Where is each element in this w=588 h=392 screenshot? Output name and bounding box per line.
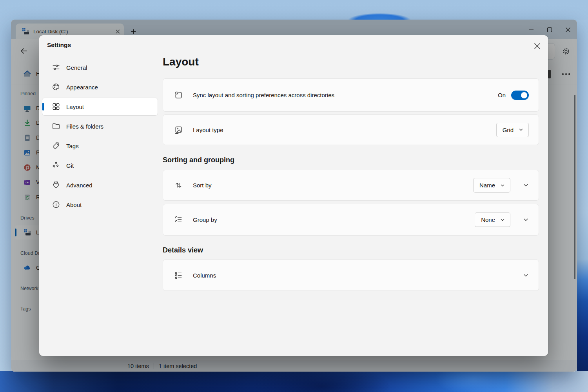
group-by-expander[interactable] (523, 217, 529, 223)
group-by-dropdown[interactable]: None (475, 212, 510, 227)
chevron-down-icon (519, 127, 523, 132)
settings-content: Layout Sync layout and sorting preferenc… (163, 35, 539, 356)
layout-type-dropdown[interactable]: Grid (496, 123, 529, 137)
settings-nav-layout[interactable]: Layout (42, 98, 158, 115)
toggle-knob (521, 92, 527, 98)
layout-type-image-icon (174, 125, 183, 134)
sort-by-label: Sort by (193, 182, 473, 189)
chevron-down-icon (523, 272, 529, 278)
grid-layout-icon (52, 102, 60, 111)
layout-type-label: Layout type (193, 127, 496, 133)
columns-checklist-icon (174, 271, 183, 280)
chevron-down-icon (523, 217, 529, 223)
wallpaper-right-strip (577, 20, 588, 372)
settings-nav-about[interactable]: About (42, 196, 158, 213)
advanced-heart-icon (52, 181, 60, 189)
section-details-view: Details view (163, 246, 203, 254)
sync-toggle[interactable] (511, 91, 529, 100)
chevron-down-icon (523, 182, 529, 188)
settings-dialog: Settings General Appearance Layout Files… (39, 35, 548, 356)
settings-nav-tags[interactable]: Tags (42, 137, 158, 154)
sort-by-dropdown[interactable]: Name (473, 178, 510, 192)
group-list-icon (174, 215, 183, 224)
chevron-down-icon (500, 183, 505, 188)
settings-nav-general[interactable]: General (42, 59, 158, 76)
sync-layout-icon (174, 91, 183, 100)
folder-icon (52, 122, 60, 131)
columns-label: Columns (193, 272, 523, 279)
toggle-state-label: On (498, 92, 506, 98)
section-sorting-grouping: Sorting and grouping (163, 156, 234, 164)
dialog-title: Settings (47, 42, 71, 49)
tag-icon (52, 142, 60, 150)
options-sliders-icon (52, 63, 60, 72)
layout-type-card: Layout type Grid (163, 114, 539, 145)
chevron-down-icon (500, 218, 505, 222)
settings-nav-files-folders[interactable]: Files & folders (42, 118, 158, 135)
info-icon (52, 200, 60, 209)
settings-nav-appearance[interactable]: Appearance (42, 78, 158, 96)
group-by-label: Group by (193, 216, 475, 223)
columns-expander[interactable] (523, 272, 529, 278)
wallpaper-bloom-top (336, 10, 423, 20)
wallpaper-bloom-bottom (0, 371, 588, 392)
sort-arrows-icon (174, 181, 183, 190)
selection-indicator (42, 103, 44, 111)
settings-nav-git[interactable]: Git (42, 157, 158, 174)
page-title: Layout (163, 56, 199, 68)
sync-preferences-card: Sync layout and sorting preferences acro… (163, 78, 539, 112)
settings-nav-advanced[interactable]: Advanced (42, 176, 158, 194)
sort-by-card: Sort by Name (163, 170, 539, 201)
group-by-card: Group by None (163, 204, 539, 236)
sync-preferences-label: Sync layout and sorting preferences acro… (193, 92, 498, 98)
sort-by-expander[interactable] (523, 182, 529, 189)
columns-card: Columns (163, 260, 539, 291)
git-icon (52, 161, 60, 170)
palette-icon (52, 83, 60, 91)
